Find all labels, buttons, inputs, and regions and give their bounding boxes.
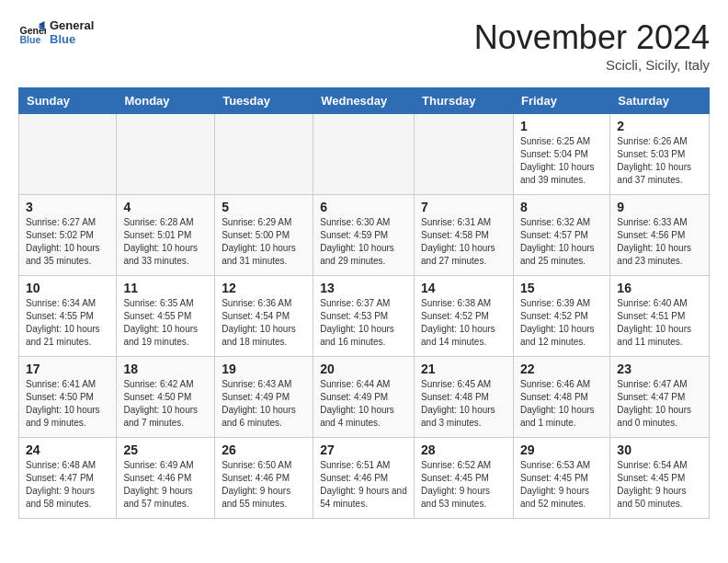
weekday-header: Tuesday [215, 88, 313, 114]
day-info: Sunrise: 6:34 AM Sunset: 4:55 PM Dayligh… [26, 297, 109, 349]
calendar-cell: 20 Sunrise: 6:44 AM Sunset: 4:49 PM Dayl… [313, 357, 415, 438]
daylight-label: Daylight: 10 hours and 4 minutes. [320, 405, 394, 428]
day-info: Sunrise: 6:45 AM Sunset: 4:48 PM Dayligh… [421, 378, 506, 430]
sunset-label: Sunset: 4:45 PM [520, 473, 588, 483]
sunrise-label: Sunrise: 6:32 AM [520, 217, 590, 227]
day-info: Sunrise: 6:47 AM Sunset: 4:47 PM Dayligh… [617, 378, 702, 430]
sunrise-label: Sunrise: 6:36 AM [222, 298, 291, 308]
calendar-cell: 1 Sunrise: 6:25 AM Sunset: 5:04 PM Dayli… [513, 114, 609, 195]
sunrise-label: Sunrise: 6:43 AM [222, 379, 291, 389]
day-info: Sunrise: 6:42 AM Sunset: 4:50 PM Dayligh… [123, 378, 208, 430]
sunset-label: Sunset: 4:45 PM [421, 473, 489, 483]
sunrise-label: Sunrise: 6:49 AM [123, 460, 193, 470]
daylight-label: Daylight: 10 hours and 25 minutes. [520, 243, 595, 266]
day-info: Sunrise: 6:28 AM Sunset: 5:01 PM Dayligh… [123, 216, 208, 268]
calendar-cell: 18 Sunrise: 6:42 AM Sunset: 4:50 PM Dayl… [117, 357, 215, 438]
daylight-label: Daylight: 9 hours and 58 minutes. [26, 486, 95, 509]
sunset-label: Sunset: 4:59 PM [320, 230, 388, 240]
daylight-label: Daylight: 9 hours and 52 minutes. [520, 486, 589, 509]
day-number: 26 [222, 442, 306, 457]
daylight-label: Daylight: 9 hours and 53 minutes. [421, 486, 490, 509]
sunrise-label: Sunrise: 6:26 AM [617, 136, 687, 146]
calendar-cell [19, 114, 117, 195]
day-number: 24 [26, 442, 109, 457]
sunrise-label: Sunrise: 6:38 AM [421, 298, 491, 308]
sunrise-label: Sunrise: 6:41 AM [26, 379, 96, 389]
calendar-cell: 12 Sunrise: 6:36 AM Sunset: 4:54 PM Dayl… [215, 276, 313, 357]
sunrise-label: Sunrise: 6:44 AM [320, 379, 390, 389]
sunset-label: Sunset: 4:56 PM [617, 230, 685, 240]
weekday-header: Saturday [610, 88, 710, 114]
calendar-cell: 28 Sunrise: 6:52 AM Sunset: 4:45 PM Dayl… [415, 438, 514, 519]
daylight-label: Daylight: 10 hours and 21 minutes. [26, 324, 100, 347]
daylight-label: Daylight: 10 hours and 0 minutes. [617, 405, 691, 428]
day-info: Sunrise: 6:31 AM Sunset: 4:58 PM Dayligh… [421, 216, 506, 268]
sunset-label: Sunset: 4:46 PM [222, 473, 290, 483]
calendar-cell: 25 Sunrise: 6:49 AM Sunset: 4:46 PM Dayl… [117, 438, 215, 519]
sunrise-label: Sunrise: 6:30 AM [320, 217, 390, 227]
sunset-label: Sunset: 5:01 PM [123, 230, 191, 240]
calendar-cell: 10 Sunrise: 6:34 AM Sunset: 4:55 PM Dayl… [19, 276, 117, 357]
sunrise-label: Sunrise: 6:46 AM [520, 379, 590, 389]
day-info: Sunrise: 6:44 AM Sunset: 4:49 PM Dayligh… [320, 378, 407, 430]
daylight-label: Daylight: 9 hours and 54 minutes. [320, 486, 407, 509]
calendar-cell: 22 Sunrise: 6:46 AM Sunset: 4:48 PM Dayl… [513, 357, 609, 438]
day-number: 16 [617, 281, 702, 295]
weekday-header: Friday [513, 88, 609, 114]
day-number: 6 [320, 200, 407, 214]
day-number: 17 [26, 362, 109, 376]
sunset-label: Sunset: 4:52 PM [421, 311, 489, 321]
day-info: Sunrise: 6:51 AM Sunset: 4:46 PM Dayligh… [320, 459, 407, 511]
weekday-header: Thursday [415, 88, 514, 114]
day-info: Sunrise: 6:52 AM Sunset: 4:45 PM Dayligh… [421, 459, 506, 511]
sunset-label: Sunset: 4:54 PM [222, 311, 290, 321]
sunrise-label: Sunrise: 6:54 AM [617, 460, 687, 470]
daylight-label: Daylight: 10 hours and 31 minutes. [222, 243, 296, 266]
daylight-label: Daylight: 10 hours and 3 minutes. [421, 405, 495, 428]
calendar-cell: 9 Sunrise: 6:33 AM Sunset: 4:56 PM Dayli… [610, 195, 710, 276]
day-number: 25 [123, 442, 208, 457]
title-block: November 2024 Scicli, Sicily, Italy [474, 18, 710, 73]
sunset-label: Sunset: 4:52 PM [520, 311, 588, 321]
weekday-header: Monday [117, 88, 215, 114]
calendar-week-row: 1 Sunrise: 6:25 AM Sunset: 5:04 PM Dayli… [19, 114, 710, 195]
daylight-label: Daylight: 10 hours and 9 minutes. [26, 405, 100, 428]
day-info: Sunrise: 6:36 AM Sunset: 4:54 PM Dayligh… [222, 297, 306, 349]
sunrise-label: Sunrise: 6:42 AM [123, 379, 193, 389]
calendar-cell: 8 Sunrise: 6:32 AM Sunset: 4:57 PM Dayli… [513, 195, 609, 276]
calendar-cell: 16 Sunrise: 6:40 AM Sunset: 4:51 PM Dayl… [610, 276, 710, 357]
logo-icon: General Blue [18, 18, 46, 46]
daylight-label: Daylight: 10 hours and 23 minutes. [617, 243, 691, 266]
day-number: 18 [123, 362, 208, 376]
day-number: 15 [520, 281, 603, 295]
sunset-label: Sunset: 4:48 PM [421, 392, 489, 402]
day-number: 8 [520, 200, 603, 214]
day-info: Sunrise: 6:29 AM Sunset: 5:00 PM Dayligh… [222, 216, 306, 268]
day-info: Sunrise: 6:25 AM Sunset: 5:04 PM Dayligh… [520, 135, 603, 187]
daylight-label: Daylight: 10 hours and 19 minutes. [123, 324, 198, 347]
sunrise-label: Sunrise: 6:33 AM [617, 217, 687, 227]
daylight-label: Daylight: 10 hours and 14 minutes. [421, 324, 495, 347]
calendar-cell: 30 Sunrise: 6:54 AM Sunset: 4:45 PM Dayl… [610, 438, 710, 519]
day-info: Sunrise: 6:30 AM Sunset: 4:59 PM Dayligh… [320, 216, 407, 268]
sunrise-label: Sunrise: 6:34 AM [26, 298, 96, 308]
location: Scicli, Sicily, Italy [474, 57, 710, 73]
calendar-cell: 27 Sunrise: 6:51 AM Sunset: 4:46 PM Dayl… [313, 438, 415, 519]
sunrise-label: Sunrise: 6:45 AM [421, 379, 491, 389]
sunset-label: Sunset: 4:50 PM [123, 392, 191, 402]
day-number: 4 [123, 200, 208, 214]
sunrise-label: Sunrise: 6:40 AM [617, 298, 687, 308]
sunset-label: Sunset: 5:02 PM [26, 230, 94, 240]
sunrise-label: Sunrise: 6:28 AM [123, 217, 193, 227]
day-number: 28 [421, 442, 506, 457]
day-info: Sunrise: 6:39 AM Sunset: 4:52 PM Dayligh… [520, 297, 603, 349]
sunrise-label: Sunrise: 6:48 AM [26, 460, 96, 470]
calendar-cell: 5 Sunrise: 6:29 AM Sunset: 5:00 PM Dayli… [215, 195, 313, 276]
page-header: General Blue General Blue November 2024 … [18, 18, 710, 73]
day-number: 20 [320, 362, 407, 376]
calendar-cell: 11 Sunrise: 6:35 AM Sunset: 4:55 PM Dayl… [117, 276, 215, 357]
calendar-cell: 19 Sunrise: 6:43 AM Sunset: 4:49 PM Dayl… [215, 357, 313, 438]
sunrise-label: Sunrise: 6:47 AM [617, 379, 687, 389]
day-number: 23 [617, 362, 702, 376]
sunset-label: Sunset: 4:55 PM [26, 311, 94, 321]
